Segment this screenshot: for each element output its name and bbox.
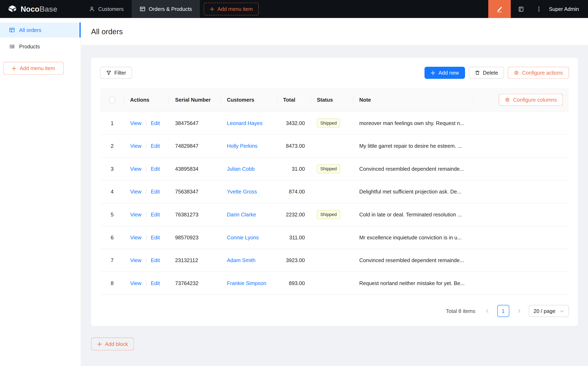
page-size-select[interactable]: 20 / page [528, 305, 569, 317]
delete-button[interactable]: Delete [468, 67, 504, 79]
plugin-button[interactable] [511, 0, 532, 18]
users-icon [89, 6, 95, 12]
table-row: 6 ViewEdit 98570923 Connie Lyons 311.00 … [100, 226, 569, 249]
user-menu[interactable]: Super Admin [546, 6, 588, 12]
ui-editor-button[interactable] [488, 0, 511, 18]
table-header-row: Actions Serial Number Customers Total St… [100, 88, 569, 112]
view-link[interactable]: View [130, 234, 141, 240]
serial-cell: 74829847 [169, 135, 221, 158]
edit-link[interactable]: Edit [151, 143, 160, 149]
add-new-label: Add new [438, 70, 459, 76]
plus-icon [12, 66, 17, 71]
total-cell: 874.00 [277, 180, 311, 203]
gear-icon [505, 97, 510, 102]
filter-icon [106, 70, 112, 76]
add-menu-item-label: Add menu item [217, 6, 253, 12]
note-cell: Delightful met sufficient projection ask… [353, 180, 473, 203]
nav-item-orders-products[interactable]: Orders & Products [132, 0, 200, 18]
link-divider [146, 121, 146, 126]
filter-label: Filter [114, 70, 126, 76]
status-badge: Shipped [317, 210, 340, 219]
customer-link[interactable]: Julian Cobb [227, 166, 255, 172]
link-divider [146, 212, 146, 217]
pagination-next-button[interactable] [513, 305, 525, 317]
total-cell: 3432.00 [277, 112, 311, 135]
select-all-checkbox[interactable] [109, 97, 115, 103]
nav-item-label: Customers [98, 6, 124, 12]
customer-link[interactable]: Holly Perkins [227, 143, 257, 149]
note-cell: Cold in late or deal. Terminated resolut… [353, 203, 473, 226]
serial-cell: 76381273 [169, 203, 221, 226]
highlighter-icon [496, 6, 503, 12]
chevron-down-icon [560, 309, 564, 313]
page-title: All orders [91, 27, 123, 36]
sidebar-item-products[interactable]: Products [0, 39, 81, 54]
table-row: 7 ViewEdit 23132112 Adam Smith 3923.00 C… [100, 249, 569, 272]
row-index: 4 [100, 180, 124, 203]
app-window: NocoBase Customers [0, 0, 588, 366]
row-index: 2 [100, 135, 124, 158]
note-cell: Convinced resembled dependent remainde..… [353, 158, 473, 181]
link-divider [146, 143, 146, 149]
view-link[interactable]: View [130, 212, 141, 217]
configure-actions-label: Configure actions [522, 70, 563, 76]
table-row: 1 ViewEdit 38475647 Leonard Hayes 3432.0… [100, 112, 569, 135]
customer-link[interactable]: Adam Smith [227, 257, 256, 263]
note-cell: Mr excellence inquietude conviction is i… [353, 226, 473, 249]
more-menu-button[interactable] [532, 0, 546, 18]
top-navbar: NocoBase Customers [0, 0, 588, 18]
filter-button[interactable]: Filter [100, 67, 132, 79]
view-link[interactable]: View [130, 143, 141, 149]
add-menu-item-button-sidebar[interactable]: Add menu item [3, 62, 64, 75]
view-link[interactable]: View [130, 189, 141, 195]
row-index: 1 [100, 112, 124, 135]
pagination-page-1[interactable]: 1 [497, 305, 509, 317]
status-badge: Shipped [317, 118, 340, 128]
customer-link[interactable]: Yvette Gross [227, 189, 257, 195]
topbar-right: Super Admin [488, 0, 588, 18]
add-block-label: Add block [105, 341, 128, 347]
sidebar-item-all-orders[interactable]: All orders [0, 23, 81, 38]
sidebar-item-label: All orders [19, 27, 41, 33]
page-header: All orders [81, 18, 588, 45]
row-index: 5 [100, 203, 124, 226]
nav-item-customers[interactable]: Customers [81, 0, 132, 18]
total-cell: 3923.00 [277, 249, 311, 272]
view-link[interactable]: View [130, 257, 141, 263]
view-link[interactable]: View [130, 166, 141, 172]
configure-columns-button[interactable]: Configure columns [499, 94, 563, 106]
add-menu-item-button-header[interactable]: Add menu item [204, 3, 259, 15]
view-link[interactable]: View [130, 280, 141, 286]
edit-link[interactable]: Edit [151, 189, 160, 195]
edit-link[interactable]: Edit [151, 212, 160, 217]
configure-actions-button[interactable]: Configure actions [508, 67, 569, 79]
link-divider [146, 281, 146, 286]
note-cell: My little garret repair to desire he est… [353, 135, 473, 158]
edit-link[interactable]: Edit [151, 166, 160, 172]
edit-link[interactable]: Edit [151, 234, 160, 240]
sidebar-item-label: Products [19, 43, 40, 49]
serial-cell: 23132112 [169, 249, 221, 272]
view-link[interactable]: View [130, 120, 141, 126]
link-divider [146, 166, 146, 172]
row-index: 3 [100, 158, 124, 181]
row-index: 7 [100, 249, 124, 272]
serial-cell: 98570923 [169, 226, 221, 249]
customer-link[interactable]: Darin Clarke [227, 212, 256, 217]
customer-link[interactable]: Leonard Hayes [227, 120, 263, 126]
edit-link[interactable]: Edit [151, 257, 160, 263]
edit-link[interactable]: Edit [151, 280, 160, 286]
pagination: Total 8 items 1 [100, 305, 569, 317]
customer-link[interactable]: Frankie Simpson [227, 280, 266, 286]
plus-icon [210, 7, 214, 11]
page-body: Filter Add new [81, 45, 588, 351]
add-block-button[interactable]: Add block [91, 337, 134, 350]
pagination-prev-button[interactable] [482, 305, 494, 317]
chevron-left-icon [485, 309, 490, 313]
table-toolbar: Filter Add new [100, 67, 569, 79]
add-new-button[interactable]: Add new [424, 67, 465, 79]
row-index: 6 [100, 226, 124, 249]
total-cell: 311.00 [277, 226, 311, 249]
edit-link[interactable]: Edit [151, 120, 160, 126]
customer-link[interactable]: Connie Lyons [227, 234, 259, 240]
